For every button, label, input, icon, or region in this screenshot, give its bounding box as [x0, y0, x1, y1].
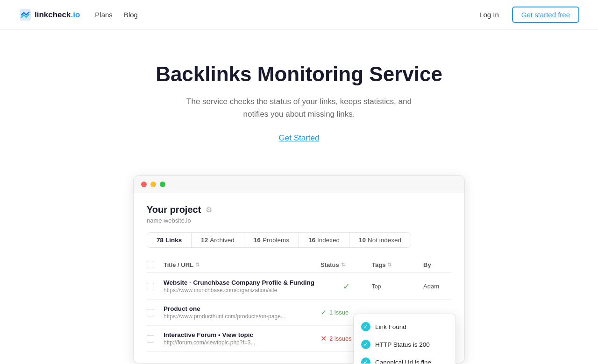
- hero-section: Backlinks Monitoring Service The service…: [0, 30, 598, 161]
- get-started-nav-button[interactable]: Get started free: [512, 7, 579, 23]
- select-all-checkbox[interactable]: [147, 261, 164, 268]
- row-1-by: Adam: [423, 283, 451, 290]
- tab-indexed[interactable]: 16Indexed: [299, 233, 349, 247]
- row-2-issue-label: 1 issue: [329, 309, 349, 316]
- col-header-by: By: [423, 261, 451, 268]
- table-row: Website - Crunchbase Company Profile & F…: [147, 273, 451, 300]
- browser-dot-close: [141, 182, 147, 187]
- row-2-url: https://www.producthunt.com/products/on-…: [164, 313, 320, 320]
- tab-archived[interactable]: 12Archived: [192, 233, 244, 247]
- browser-dot-maximize: [160, 182, 165, 187]
- row-2-title: Product one: [164, 305, 320, 312]
- hero-title: Backlinks Monitoring Service: [9, 63, 589, 86]
- tab-not-indexed[interactable]: 10Not indexed: [349, 233, 411, 247]
- nav-links: Plans Blog: [95, 11, 474, 19]
- browser-content: Your project ⚙ name-website.io 78Links 1…: [134, 193, 464, 363]
- table: Title / URL ⇅ Status ⇅ Tags ⇅ By Website…: [147, 257, 451, 352]
- table-row: Product one https://www.producthunt.com/…: [147, 300, 451, 326]
- row-3-url: http://forum.com/viewtopic.php?f=3...: [164, 339, 320, 346]
- navbar: linkcheck.io Plans Blog Log In Get start…: [0, 0, 598, 30]
- logo-icon: [19, 8, 32, 21]
- row-3-checkbox[interactable]: [147, 335, 164, 343]
- nav-actions: Log In Get started free: [474, 7, 579, 23]
- popup-item-canonical-url: ✓ Canonical Url is fine: [354, 353, 456, 364]
- popup-check-canonical-url: ✓: [361, 357, 370, 364]
- status-dropdown-popup: ✓ Link Found ✓ HTTP Status is 200 ✓ Cano…: [353, 314, 456, 364]
- tab-problems[interactable]: 16Problems: [244, 233, 299, 247]
- project-header: Your project ⚙ name-website.io: [147, 204, 451, 224]
- row-2-checkbox[interactable]: [147, 309, 164, 316]
- col-header-tags: Tags ⇅: [372, 261, 423, 268]
- row-1-status: ✓: [320, 281, 372, 292]
- popup-label-canonical-url: Canonical Url is fine: [375, 359, 431, 364]
- row-2-title-cell: Product one https://www.producthunt.com/…: [164, 305, 320, 320]
- hero-cta-button[interactable]: Get Started: [279, 133, 320, 143]
- row-1-checkbox[interactable]: [147, 283, 164, 290]
- gear-icon[interactable]: ⚙: [206, 205, 212, 214]
- popup-check-link-found: ✓: [361, 322, 370, 331]
- popup-item-http-status: ✓ HTTP Status is 200: [354, 336, 456, 353]
- row-3-title: Interactive Forum • View topic: [164, 331, 320, 338]
- tab-links[interactable]: 78Links: [147, 233, 192, 247]
- popup-label-link-found: Link Found: [375, 323, 406, 330]
- row-3-title-cell: Interactive Forum • View topic http://fo…: [164, 331, 320, 346]
- tabs-bar: 78Links 12Archived 16Problems 16Indexed …: [147, 232, 411, 248]
- popup-label-http-status: HTTP Status is 200: [375, 341, 430, 348]
- nav-plans[interactable]: Plans: [95, 11, 113, 19]
- login-button[interactable]: Log In: [474, 8, 505, 21]
- browser-mockup: Your project ⚙ name-website.io 78Links 1…: [133, 175, 465, 364]
- logo[interactable]: linkcheck.io: [19, 8, 80, 21]
- project-url: name-website.io: [147, 217, 451, 224]
- nav-blog[interactable]: Blog: [124, 11, 138, 19]
- project-title: Your project: [147, 204, 201, 215]
- logo-text: linkcheck.io: [35, 10, 80, 20]
- popup-item-link-found: ✓ Link Found: [354, 318, 456, 336]
- row-1-title-cell: Website - Crunchbase Company Profile & F…: [164, 279, 320, 294]
- project-title-row: Your project ⚙: [147, 204, 451, 215]
- row-1-title: Website - Crunchbase Company Profile & F…: [164, 279, 320, 286]
- row-3-issue-label: 2 issues: [329, 335, 352, 342]
- col-header-title: Title / URL ⇅: [164, 261, 320, 268]
- sort-icon-status: ⇅: [341, 262, 345, 268]
- browser-dot-minimize: [150, 182, 156, 187]
- browser-bar: [134, 176, 464, 193]
- sort-icon-tags: ⇅: [387, 262, 392, 268]
- col-header-status: Status ⇅: [320, 261, 372, 268]
- hero-description: The service checks the status of your li…: [182, 95, 416, 120]
- table-header: Title / URL ⇅ Status ⇅ Tags ⇅ By: [147, 257, 451, 273]
- popup-check-http-status: ✓: [361, 340, 370, 349]
- sort-icon-title: ⇅: [195, 262, 199, 268]
- row-1-tag: Top: [372, 283, 423, 290]
- row-1-url: https://www.crunchbase.com/organization/…: [164, 287, 320, 294]
